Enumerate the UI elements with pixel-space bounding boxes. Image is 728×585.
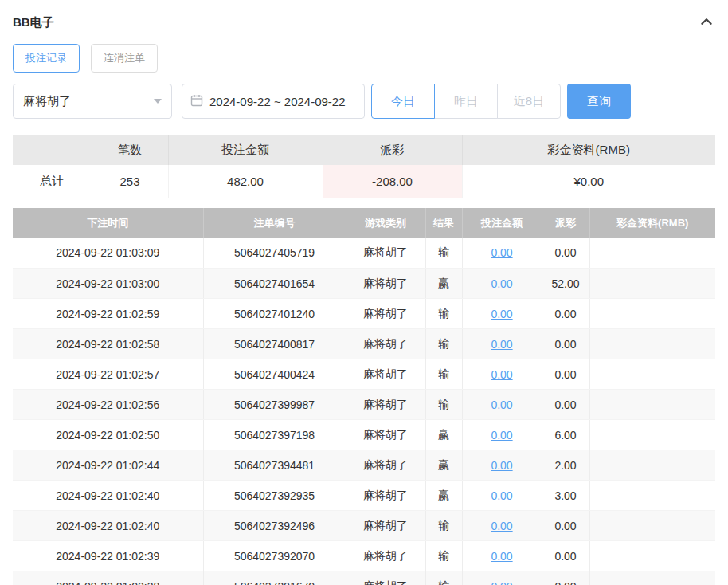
cell-result: 输 [425, 299, 462, 329]
cell-game-type: 麻将胡了 [346, 450, 425, 481]
cell-bet-amount: 0.00 [462, 481, 542, 511]
cell-result: 输 [425, 359, 462, 390]
calendar-icon [190, 94, 203, 109]
bet-table-body: 2024-09-22 01:03:09 5064027405719 麻将胡了 输… [13, 238, 715, 585]
summary-total-label: 总计 [13, 165, 92, 198]
header-bet-time: 下注时间 [13, 208, 203, 238]
cell-payout: 0.00 [542, 541, 589, 571]
cell-bonus [589, 269, 715, 299]
collapse-panel-button[interactable] [698, 14, 715, 31]
quick-date-yesterday-button[interactable]: 昨日 [434, 84, 498, 119]
bet-amount-link[interactable]: 0.00 [491, 489, 512, 502]
header-bonus: 彩金资料(RMB) [589, 208, 715, 238]
cell-payout: 0.00 [542, 571, 589, 585]
bet-amount-link[interactable]: 0.00 [491, 368, 512, 381]
cell-bet-time: 2024-09-22 01:02:58 [13, 329, 203, 359]
cell-order-id: 5064027401654 [203, 269, 346, 299]
cell-result: 赢 [425, 420, 462, 450]
bet-amount-link[interactable]: 0.00 [491, 550, 512, 563]
table-row: 2024-09-22 01:02:57 5064027400424 麻将胡了 输… [13, 359, 715, 390]
cell-payout: 3.00 [542, 481, 589, 511]
bet-amount-link[interactable]: 0.00 [491, 399, 512, 411]
cell-order-id: 5064027405719 [203, 238, 346, 269]
cell-order-id: 5064027399987 [203, 390, 346, 420]
summary-table: 笔数 投注金额 派彩 彩金资料(RMB) 总计 253 482.00 -208.… [13, 135, 715, 198]
cell-order-id: 5064027400817 [203, 329, 346, 359]
bet-amount-link[interactable]: 0.00 [491, 246, 512, 259]
tab-cancelled-orders[interactable]: 连消注单 [91, 44, 158, 73]
page-title: BB电子 [13, 15, 54, 30]
cell-bet-amount: 0.00 [462, 511, 542, 541]
cell-payout: 0.00 [542, 238, 589, 269]
filter-bar: 麻将胡了 2024-09-22 ~ 2024-09-22 今日 昨日 近8日 查… [13, 84, 715, 119]
table-row: 2024-09-22 01:03:00 5064027401654 麻将胡了 赢… [13, 269, 715, 299]
game-select-value: 麻将胡了 [23, 94, 71, 109]
table-row: 2024-09-22 01:02:40 5064027392496 麻将胡了 输… [13, 511, 715, 541]
cell-payout: 0.00 [542, 511, 589, 541]
summary-header-count: 笔数 [92, 135, 168, 165]
header-game-type: 游戏类别 [346, 208, 425, 238]
summary-total-payout: -208.00 [323, 165, 462, 198]
quick-date-today-button[interactable]: 今日 [371, 84, 435, 119]
bet-amount-link[interactable]: 0.00 [491, 338, 512, 351]
cell-bonus [589, 511, 715, 541]
cell-bet-amount: 0.00 [462, 238, 542, 269]
summary-total-bet-amount: 482.00 [168, 165, 323, 198]
bet-table-header-row: 下注时间 注单编号 游戏类别 结果 投注金额 派彩 彩金资料(RMB) [13, 208, 715, 238]
cell-bonus [589, 390, 715, 420]
cell-bet-time: 2024-09-22 01:03:09 [13, 238, 203, 269]
cell-game-type: 麻将胡了 [346, 481, 425, 511]
cell-game-type: 麻将胡了 [346, 571, 425, 585]
cell-bet-amount: 0.00 [462, 329, 542, 359]
cell-bet-time: 2024-09-22 01:02:56 [13, 390, 203, 420]
header-bet-amount: 投注金额 [462, 208, 542, 238]
cell-bet-amount: 0.00 [462, 420, 542, 450]
table-row: 2024-09-22 01:02:59 5064027401240 麻将胡了 输… [13, 299, 715, 329]
game-select[interactable]: 麻将胡了 [13, 84, 172, 119]
cell-payout: 0.00 [542, 359, 589, 390]
summary-total-row: 总计 253 482.00 -208.00 ¥0.00 [13, 165, 715, 198]
header-order-id: 注单编号 [203, 208, 346, 238]
bet-amount-link[interactable]: 0.00 [491, 308, 512, 320]
cell-bet-time: 2024-09-22 01:02:38 [13, 571, 203, 585]
bet-amount-link[interactable]: 0.00 [491, 459, 512, 472]
record-tabs: 投注记录 连消注单 [13, 44, 715, 73]
table-row: 2024-09-22 01:02:58 5064027400817 麻将胡了 输… [13, 329, 715, 359]
cell-order-id: 5064027392070 [203, 541, 346, 571]
header-result: 结果 [425, 208, 462, 238]
summary-total-count: 253 [92, 165, 168, 198]
tab-bet-records[interactable]: 投注记录 [13, 44, 80, 73]
cell-payout: 6.00 [542, 420, 589, 450]
summary-header-payout: 派彩 [323, 135, 462, 165]
bet-amount-link[interactable]: 0.00 [491, 277, 512, 290]
cell-bet-amount: 0.00 [462, 299, 542, 329]
quick-date-group: 今日 昨日 近8日 [371, 84, 561, 119]
cell-bet-amount: 0.00 [462, 390, 542, 420]
cell-game-type: 麻将胡了 [346, 299, 425, 329]
cell-payout: 2.00 [542, 450, 589, 481]
cell-bonus [589, 481, 715, 511]
quick-date-last8days-button[interactable]: 近8日 [497, 84, 561, 119]
bet-amount-link[interactable]: 0.00 [491, 429, 512, 442]
table-row: 2024-09-22 01:02:40 5064027392935 麻将胡了 赢… [13, 481, 715, 511]
cell-result: 输 [425, 571, 462, 585]
cell-bonus [589, 299, 715, 329]
summary-header-empty [13, 135, 92, 165]
bet-records-table: 下注时间 注单编号 游戏类别 结果 投注金额 派彩 彩金资料(RMB) 2024… [13, 208, 715, 585]
cell-result: 赢 [425, 269, 462, 299]
table-row: 2024-09-22 01:02:38 5064027391670 麻将胡了 输… [13, 571, 715, 585]
cell-bonus [589, 420, 715, 450]
search-button[interactable]: 查询 [567, 84, 631, 119]
summary-header-row: 笔数 投注金额 派彩 彩金资料(RMB) [13, 135, 715, 165]
cell-payout: 0.00 [542, 329, 589, 359]
table-row: 2024-09-22 01:02:50 5064027397198 麻将胡了 赢… [13, 420, 715, 450]
table-row: 2024-09-22 01:03:09 5064027405719 麻将胡了 输… [13, 238, 715, 269]
bet-amount-link[interactable]: 0.00 [491, 580, 512, 585]
date-range-input[interactable]: 2024-09-22 ~ 2024-09-22 [182, 84, 365, 119]
chevron-up-icon [699, 14, 714, 31]
table-row: 2024-09-22 01:02:56 5064027399987 麻将胡了 输… [13, 390, 715, 420]
cell-payout: 0.00 [542, 299, 589, 329]
chevron-down-icon [154, 99, 162, 104]
bet-amount-link[interactable]: 0.00 [491, 520, 512, 532]
cell-bet-amount: 0.00 [462, 450, 542, 481]
